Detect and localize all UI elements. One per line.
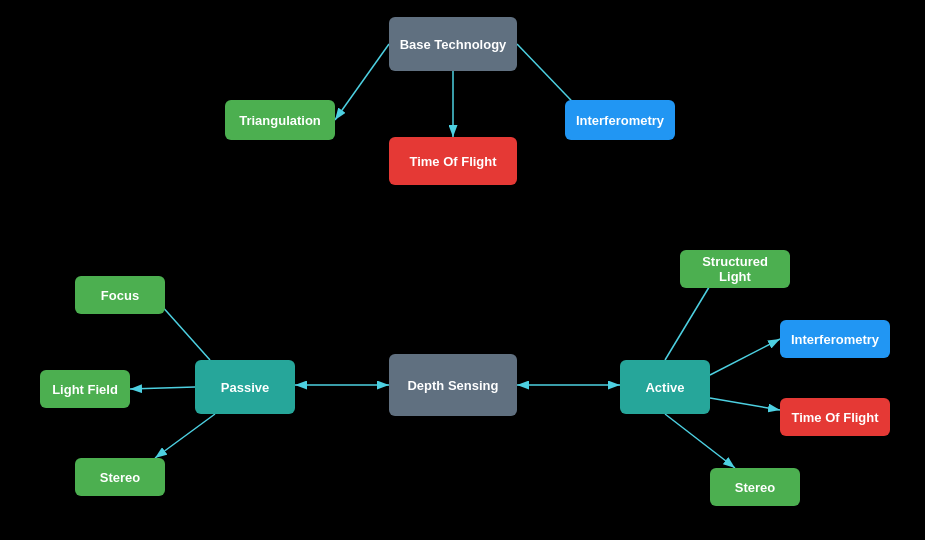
svg-line-11 bbox=[710, 339, 780, 375]
node-triangulation-label: Triangulation bbox=[239, 113, 321, 128]
svg-line-13 bbox=[665, 414, 735, 468]
node-active[interactable]: Active bbox=[620, 360, 710, 414]
node-depth-sensing-label: Depth Sensing bbox=[407, 378, 498, 393]
node-structured-light[interactable]: Structured Light bbox=[680, 250, 790, 288]
node-interferometry-right[interactable]: Interferometry bbox=[780, 320, 890, 358]
node-stereo-left-label: Stereo bbox=[100, 470, 140, 485]
node-focus[interactable]: Focus bbox=[75, 276, 165, 314]
node-tof-right-label: Time Of Flight bbox=[791, 410, 878, 425]
svg-line-9 bbox=[155, 414, 215, 458]
svg-line-2 bbox=[335, 44, 389, 120]
node-tof-top[interactable]: Time Of Flight bbox=[389, 137, 517, 185]
node-interferometry-top[interactable]: Interferometry bbox=[565, 100, 675, 140]
node-passive-label: Passive bbox=[221, 380, 269, 395]
node-base-technology[interactable]: Base Technology bbox=[389, 17, 517, 71]
node-interferometry-right-label: Interferometry bbox=[791, 332, 879, 347]
svg-line-8 bbox=[130, 387, 195, 389]
node-structured-light-label: Structured Light bbox=[690, 254, 780, 284]
node-depth-sensing[interactable]: Depth Sensing bbox=[389, 354, 517, 416]
svg-line-12 bbox=[710, 398, 780, 410]
node-passive[interactable]: Passive bbox=[195, 360, 295, 414]
node-base-technology-label: Base Technology bbox=[400, 37, 507, 52]
node-tof-right[interactable]: Time Of Flight bbox=[780, 398, 890, 436]
node-focus-label: Focus bbox=[101, 288, 139, 303]
diagram-container: Base Technology Triangulation Interferom… bbox=[0, 0, 925, 540]
node-stereo-right[interactable]: Stereo bbox=[710, 468, 800, 506]
node-stereo-left[interactable]: Stereo bbox=[75, 458, 165, 496]
node-light-field[interactable]: Light Field bbox=[40, 370, 130, 408]
node-active-label: Active bbox=[645, 380, 684, 395]
node-light-field-label: Light Field bbox=[52, 382, 118, 397]
node-stereo-right-label: Stereo bbox=[735, 480, 775, 495]
node-triangulation[interactable]: Triangulation bbox=[225, 100, 335, 140]
node-tof-top-label: Time Of Flight bbox=[409, 154, 496, 169]
node-interferometry-top-label: Interferometry bbox=[576, 113, 664, 128]
